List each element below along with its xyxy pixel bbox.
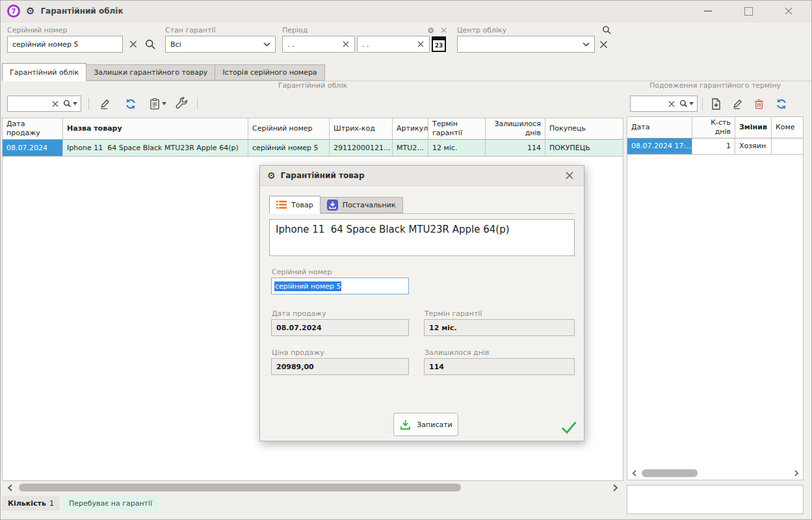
clear-x-icon (417, 40, 425, 48)
service-button[interactable] (173, 96, 190, 112)
extension-search-input[interactable] (630, 96, 698, 112)
filter-serial: Серійний номер серійний номер 5 (7, 25, 157, 53)
cell-sale-date[interactable]: 08.07.2024 (3, 140, 63, 157)
minimize-button[interactable] (701, 4, 715, 18)
column-header-serial[interactable]: Серійний номер (248, 118, 330, 140)
cell-days-left[interactable]: 114 (486, 140, 545, 157)
period-to-input[interactable]: . . (357, 36, 430, 53)
column-header-term[interactable]: Термін гарантії (428, 118, 486, 140)
cell-days-count[interactable]: 1 (692, 138, 735, 155)
clear-x-icon (129, 40, 138, 49)
column-header-comment[interactable]: Коме (772, 117, 803, 138)
days-left-value: 114 (429, 363, 444, 371)
scrollbar-thumb[interactable] (642, 469, 698, 477)
column-header-buyer[interactable]: Покупець (545, 118, 623, 140)
table-row[interactable]: 08.07.2024 Iphone 11 64 Space Black MTU2… (3, 140, 623, 157)
cell-barcode[interactable]: 29112000121... (330, 140, 393, 157)
warranty-term-field: 12 міс. (424, 319, 575, 336)
extension-panel: Подовження гарантійного терміну (627, 81, 804, 514)
serial-filter-input[interactable]: серійний номер 5 (7, 36, 123, 53)
scroll-right-icon[interactable] (610, 482, 621, 493)
warranty-item-dialog: ⚙ Гарантійний товар Товар Постачальник I… (259, 165, 584, 441)
cell-article[interactable]: MTU2... (393, 140, 428, 157)
add-extension-button[interactable] (707, 96, 724, 112)
cell-term[interactable]: 12 міс. (428, 140, 486, 157)
dialog-close-button[interactable] (562, 168, 577, 183)
product-name-field[interactable]: Iphone 11 64 Space Black MTU23R Apple 64… (269, 219, 575, 256)
scroll-left-icon[interactable] (5, 482, 15, 493)
edit-extension-button[interactable] (729, 96, 746, 112)
cell-date[interactable]: 08.07.2024 17:... (627, 138, 692, 155)
dialog-title-bar: ⚙ Гарантійний товар (260, 166, 584, 186)
state-filter-label: Стан гарантії (165, 25, 276, 36)
cell-product-name[interactable]: Iphone 11 64 Space Black MTU23R Apple 64… (63, 140, 248, 157)
scroll-right-icon[interactable] (791, 468, 802, 478)
period-from-input[interactable]: . . (282, 36, 355, 53)
column-header-date[interactable]: Дата (627, 117, 692, 138)
report-button[interactable] (147, 96, 168, 112)
extension-comment-field[interactable] (627, 485, 804, 514)
app-logo-icon: 7 (7, 5, 20, 18)
grid-search-input[interactable] (7, 96, 81, 112)
sale-date-value: 08.07.2024 (276, 324, 322, 332)
serial-search-button[interactable] (144, 38, 157, 51)
cell-serial[interactable]: серійний номер 5 (248, 140, 330, 157)
close-icon (565, 171, 574, 180)
sale-price-label: Ціна продажу (272, 348, 324, 357)
close-button[interactable] (781, 4, 796, 18)
center-filter-combo[interactable] (457, 36, 595, 53)
dialog-tab-supplier[interactable]: Постачальник (320, 197, 403, 213)
save-button[interactable]: Записати (393, 413, 458, 436)
tab-label: Залишки гарантійного товару (94, 68, 207, 77)
column-header-product-name[interactable]: Назва товару (63, 118, 248, 140)
scroll-left-icon[interactable] (629, 468, 639, 478)
cell-comment[interactable] (772, 138, 803, 155)
state-filter-combo[interactable]: Всі (165, 36, 276, 53)
refresh-button[interactable] (122, 96, 139, 112)
calendar-button[interactable]: 23 (432, 36, 446, 52)
cell-buyer[interactable]: ПОКУПЕЦЬ (545, 140, 623, 157)
center-search-icon[interactable] (602, 25, 612, 35)
column-header-barcode[interactable]: Штрих-код (330, 118, 393, 140)
refresh-icon (775, 98, 788, 110)
tab-warranty-accounting[interactable]: Гарантійний облік (2, 63, 86, 81)
sale-date-field: 08.07.2024 (271, 319, 409, 336)
pencil-icon (731, 97, 744, 110)
column-header-days-left[interactable]: Залишилося днів (486, 118, 545, 140)
delete-extension-button[interactable] (750, 96, 767, 112)
serial-field-input[interactable]: серійний номер 5 (271, 278, 409, 294)
table-row[interactable]: 08.07.2024 17:... 1 Хозяин (627, 138, 803, 155)
column-header-days-count[interactable]: К-сть днів (692, 117, 735, 138)
search-icon (145, 39, 156, 50)
warranty-hscrollbar[interactable] (2, 482, 623, 493)
serial-clear-button[interactable] (127, 38, 140, 51)
extension-grid-header: Дата К-сть днів Змінив Коме (627, 117, 803, 138)
period-to-value: . . (362, 40, 369, 49)
period-settings-icon[interactable]: ⚙ (427, 27, 434, 34)
dialog-tab-product[interactable]: Товар (269, 196, 321, 214)
dialog-tabstrip: Товар Постачальник (269, 195, 575, 214)
clear-x-icon[interactable] (51, 100, 59, 108)
column-header-sale-date[interactable]: Дата продажу (3, 118, 63, 140)
center-clear-icon[interactable] (599, 40, 609, 49)
column-header-changed-by[interactable]: Змінив (735, 117, 772, 138)
caret-down-icon (73, 102, 77, 105)
period-clear-icon[interactable] (440, 27, 447, 34)
cell-changed-by[interactable]: Хозяин (735, 138, 772, 155)
search-menu-button[interactable] (679, 99, 694, 108)
edit-button[interactable] (96, 96, 113, 112)
tab-warranty-stock[interactable]: Залишки гарантійного товару (86, 64, 215, 81)
filter-state: Стан гарантії Всі (165, 25, 276, 53)
count-chip: Кількість 1 (2, 496, 60, 511)
clear-x-icon[interactable] (668, 100, 675, 108)
chevron-down-icon (583, 42, 590, 47)
refresh-extension-button[interactable] (773, 96, 790, 112)
maximize-button[interactable] (741, 4, 755, 18)
scrollbar-thumb[interactable] (19, 484, 461, 491)
extension-hscrollbar[interactable] (629, 467, 802, 478)
tab-serial-history[interactable]: Історія серійного номера (215, 64, 324, 81)
search-menu-button[interactable] (63, 99, 77, 108)
count-value: 1 (49, 499, 54, 508)
serial-field-label: Серійний номер (272, 268, 332, 276)
column-header-article[interactable]: Артикул (393, 118, 428, 140)
